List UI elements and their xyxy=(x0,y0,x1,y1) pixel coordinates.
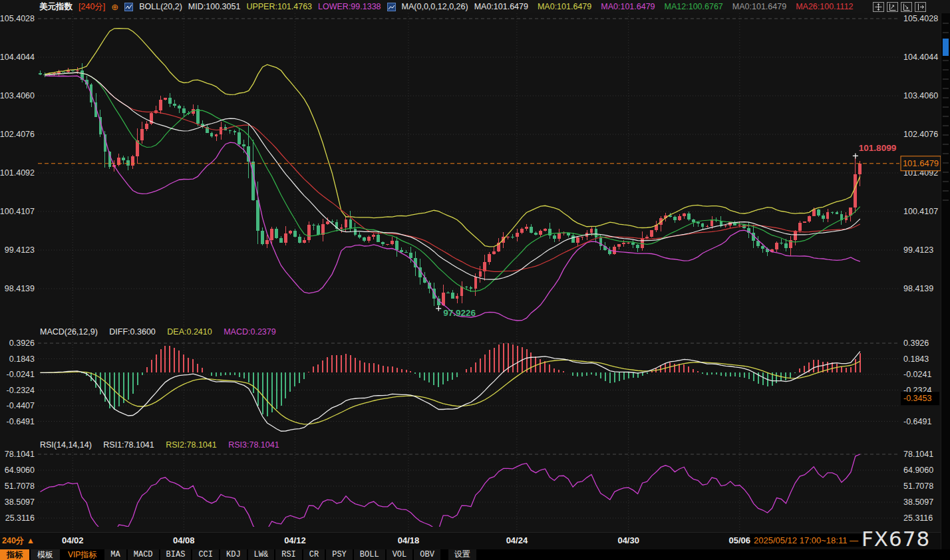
indicator-button-ma[interactable]: MA xyxy=(104,549,126,560)
ma-chart-icon[interactable] xyxy=(387,3,396,11)
candle-body xyxy=(516,233,519,237)
main-y-label-right: 98.4139 xyxy=(903,284,933,293)
candle-body xyxy=(622,243,625,245)
extreme-marker-cross xyxy=(853,153,858,158)
candle-body xyxy=(391,241,394,245)
candle-body xyxy=(345,219,348,227)
rsi-panel[interactable]: RSI(14,14,14) RSI1:78.1041 RSI2:78.1041 … xyxy=(0,439,950,532)
indicator-button-rsi[interactable]: RSI xyxy=(275,549,302,560)
candle-body xyxy=(289,231,292,233)
macd-dea-value: DEA:0.2410 xyxy=(167,327,212,337)
rsi-canvas[interactable]: 78.104178.104164.906064.906051.707851.70… xyxy=(0,439,950,532)
indicator-button-cr[interactable]: CR xyxy=(303,549,325,560)
candle-body xyxy=(465,287,468,287)
candle-body xyxy=(331,221,334,222)
main-chart-panel[interactable]: 105.4028105.4028104.4044104.4044103.4060… xyxy=(0,13,950,326)
indicator-button-lw[interactable]: LW& xyxy=(248,549,275,560)
candle-body xyxy=(645,237,649,238)
rsi1-value: RSI1:78.1041 xyxy=(103,440,154,450)
main-y-label-right: 100.4107 xyxy=(903,207,938,216)
pane-glyph xyxy=(917,3,924,11)
candle-body xyxy=(780,243,783,244)
tab-templates[interactable]: 模板 xyxy=(31,549,60,560)
indicator-button-psy[interactable]: PSY xyxy=(326,549,353,560)
candle-body xyxy=(159,100,162,110)
timeframe-label[interactable]: 240分 ▲ xyxy=(2,535,35,547)
candle-body xyxy=(474,277,478,289)
tab-indicators[interactable]: 指标 xyxy=(0,549,29,560)
candle-body xyxy=(131,156,134,166)
indicator-button-boll[interactable]: BOLL xyxy=(354,549,385,560)
pane-axis-right-icon[interactable] xyxy=(901,2,912,12)
candle-body xyxy=(854,174,857,208)
boll-chart-icon[interactable] xyxy=(124,3,133,11)
indicator-button-cci[interactable]: CCI xyxy=(192,549,219,560)
candle-body xyxy=(553,235,556,238)
candle-body xyxy=(697,222,700,223)
last-price-value: 101.6479 xyxy=(903,158,939,168)
candle-body xyxy=(395,241,398,250)
ma-value-item: MA0:101.6479 xyxy=(474,2,528,11)
candle-body xyxy=(544,229,547,231)
date-label: 04/30 xyxy=(614,535,643,545)
candle-body xyxy=(627,243,630,243)
candle-body xyxy=(784,243,788,248)
indicator-button-bias[interactable]: BIAS xyxy=(160,549,192,560)
macd-y-label-left: 0.3926 xyxy=(9,339,35,348)
candle-body xyxy=(293,231,297,237)
rsi-y-label-left: 25.3116 xyxy=(5,513,35,523)
macd-y-label-right: -0.0241 xyxy=(903,370,931,379)
candle-body xyxy=(220,127,223,134)
candle-body xyxy=(270,229,273,240)
candle-body xyxy=(256,200,259,231)
macd-right-marker: -0.3453 xyxy=(903,394,931,403)
candle-body xyxy=(349,219,353,229)
candle-body xyxy=(817,210,820,215)
pane-glyph xyxy=(889,3,896,11)
boll-mid-value: MID:100.3051 xyxy=(188,2,241,11)
tab-vip-indicators[interactable]: VIP指标 xyxy=(61,549,103,560)
candle-body xyxy=(317,225,320,235)
indicator-button-vol[interactable]: VOL xyxy=(387,549,413,560)
candle-body xyxy=(62,72,65,72)
candle-body xyxy=(275,229,278,238)
main-y-label-right: 104.4044 xyxy=(903,53,938,62)
candle-body xyxy=(279,238,283,242)
rsi-y-label-right: 51.7078 xyxy=(903,482,933,491)
candle-body xyxy=(701,223,705,227)
date-label: 04/02 xyxy=(58,535,87,545)
extreme-marker-cross xyxy=(436,306,441,311)
candle-body xyxy=(479,271,482,277)
indicator-button-obv[interactable]: OBV xyxy=(414,549,440,560)
trading-app: 美元指数 [240分] ⊕ BOLL(20,2) MID:100.3051 UP… xyxy=(0,0,950,560)
candle-body xyxy=(145,124,148,129)
main-y-label-right: 102.4076 xyxy=(903,130,938,139)
candle-body xyxy=(711,220,714,226)
main-chart-canvas[interactable]: 105.4028105.4028104.4044104.4044103.4060… xyxy=(0,13,950,326)
macd-canvas[interactable]: 0.39260.1843-0.0241-0.2324-0.4407-0.6491… xyxy=(0,326,950,439)
candle-body xyxy=(470,287,473,289)
macd-panel[interactable]: MACD(26,12,9) DIFF:0.3600 DEA:0.2410 MAC… xyxy=(0,326,950,439)
candle-body xyxy=(400,250,403,252)
pane-split-icon[interactable] xyxy=(915,2,926,12)
candle-body xyxy=(446,293,450,293)
scrollbar-thumb[interactable] xyxy=(943,39,949,56)
chart-scrollbar[interactable] xyxy=(941,13,950,549)
move-crosshair-icon[interactable] xyxy=(873,2,884,12)
candle-body xyxy=(210,133,214,136)
settings-button[interactable]: 设置 xyxy=(448,549,476,560)
candle-body xyxy=(126,160,130,165)
add-indicator-icon[interactable]: ⊕ xyxy=(111,2,118,12)
candle-body xyxy=(706,226,709,227)
boll-label: BOLL(20,2) xyxy=(139,2,182,11)
pane-axis-left-icon[interactable] xyxy=(887,2,898,12)
main-y-label-left: 102.4076 xyxy=(0,130,35,139)
indicator-button-kdj[interactable]: KDJ xyxy=(220,549,247,560)
macd-title: MACD(26,12,9) xyxy=(40,327,98,337)
candle-body xyxy=(261,231,264,244)
candle-body xyxy=(831,212,834,213)
candle-body xyxy=(775,243,778,250)
indicator-button-macd[interactable]: MACD xyxy=(128,549,159,560)
rsi2-value: RSI2:78.1041 xyxy=(166,440,216,450)
bottom-toolbar: 指标模板VIP指标MAMACDBIASCCIKDJLW&RSICRPSYBOLL… xyxy=(0,549,950,560)
